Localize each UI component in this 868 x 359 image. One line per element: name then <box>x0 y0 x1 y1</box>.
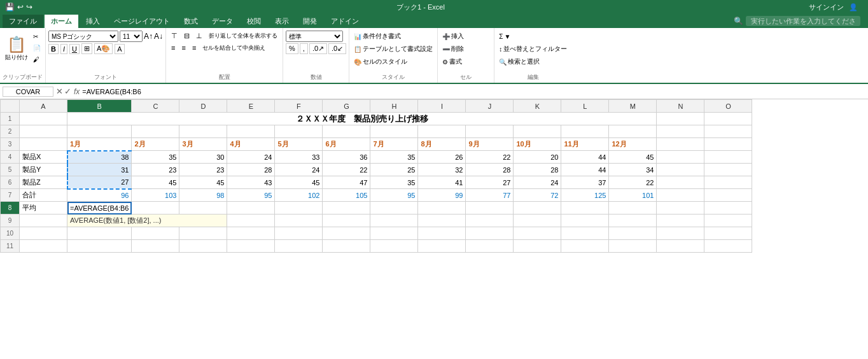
cell-o2[interactable] <box>704 125 752 138</box>
cell-g10[interactable] <box>323 227 370 240</box>
font-color-button[interactable]: A <box>115 44 124 54</box>
cell-o5[interactable] <box>704 164 752 176</box>
cell-j10[interactable] <box>466 227 514 240</box>
cell-m4[interactable]: 45 <box>609 151 657 164</box>
cell-m5[interactable]: 34 <box>609 164 657 176</box>
col-header-d[interactable]: D <box>179 100 227 113</box>
cell-h6[interactable]: 35 <box>370 176 418 189</box>
cell-k2[interactable] <box>514 125 561 138</box>
cell-m6[interactable]: 22 <box>609 176 657 189</box>
cell-b11[interactable] <box>67 240 132 253</box>
cell-b9[interactable]: AVERAGE(数値1, [数値2], ...) <box>67 215 227 227</box>
cell-g4[interactable]: 36 <box>323 151 370 164</box>
cell-l2[interactable] <box>561 125 609 138</box>
cell-a3[interactable] <box>20 138 67 151</box>
tab-pagelayout[interactable]: ページレイアウト <box>108 15 176 28</box>
cell-n7[interactable] <box>657 189 704 202</box>
cell-l6[interactable]: 37 <box>561 176 609 189</box>
cell-i3[interactable]: 8月 <box>418 138 466 151</box>
cell-d8[interactable] <box>179 202 227 215</box>
cell-c5[interactable]: 23 <box>132 164 179 176</box>
conditional-format-button[interactable]: 📊 条件付き書式 <box>352 31 403 42</box>
row-header-7[interactable]: 7 <box>1 189 20 202</box>
cell-k3[interactable]: 10月 <box>514 138 561 151</box>
signin-label[interactable]: サインイン <box>809 3 844 12</box>
cancel-formula-button[interactable]: ✕ <box>56 87 63 96</box>
cell-h5[interactable]: 25 <box>370 164 418 176</box>
cell-m3[interactable]: 12月 <box>609 138 657 151</box>
cell-h2[interactable] <box>370 125 418 138</box>
cell-k11[interactable] <box>514 240 561 253</box>
cell-n9[interactable] <box>657 215 704 227</box>
cell-k4[interactable]: 20 <box>514 151 561 164</box>
cell-n1[interactable] <box>657 113 704 125</box>
cell-a1[interactable] <box>20 113 67 125</box>
cell-d5[interactable]: 23 <box>179 164 227 176</box>
tab-file[interactable]: ファイル <box>3 15 43 28</box>
col-header-n[interactable]: N <box>657 100 704 113</box>
number-format-select[interactable]: 標準 <box>286 31 343 42</box>
cell-f7[interactable]: 102 <box>275 189 323 202</box>
cell-k6[interactable]: 24 <box>514 176 561 189</box>
decrease-font-button[interactable]: A↓ <box>154 32 163 41</box>
cell-d6[interactable]: 45 <box>179 176 227 189</box>
cell-i2[interactable] <box>418 125 466 138</box>
signin-area[interactable]: サインイン 👤 <box>809 3 863 12</box>
align-right-button[interactable]: ≡ <box>190 43 199 53</box>
cell-c3[interactable]: 2月 <box>132 138 179 151</box>
row-header-11[interactable]: 11 <box>1 240 20 253</box>
undo-icon[interactable]: ↩ <box>17 3 24 11</box>
cell-f6[interactable]: 45 <box>275 176 323 189</box>
cell-o4[interactable] <box>704 151 752 164</box>
font-name-select[interactable]: MS Pゴシック <box>48 31 118 42</box>
cell-k8[interactable] <box>514 202 561 215</box>
paste-button[interactable]: 📋 貼り付け <box>3 31 31 66</box>
cell-e9[interactable] <box>227 215 275 227</box>
cell-a8[interactable]: 平均 <box>20 202 67 215</box>
cell-o9[interactable] <box>704 215 752 227</box>
cell-j9[interactable] <box>466 215 514 227</box>
cell-e3[interactable]: 4月 <box>227 138 275 151</box>
tab-home[interactable]: ホーム <box>45 15 78 28</box>
cell-h11[interactable] <box>370 240 418 253</box>
save-icon[interactable]: 💾 <box>5 3 15 11</box>
cell-o10[interactable] <box>704 227 752 240</box>
name-box[interactable] <box>3 87 53 97</box>
cell-m9[interactable] <box>609 215 657 227</box>
cell-b1[interactable]: ２ＸＸＸ年度 製品別売り上げ推移 <box>67 113 657 125</box>
increase-decimal-button[interactable]: .0↗ <box>309 43 327 54</box>
cell-g7[interactable]: 105 <box>323 189 370 202</box>
cell-g11[interactable] <box>323 240 370 253</box>
col-header-k[interactable]: K <box>514 100 561 113</box>
cell-l3[interactable]: 11月 <box>561 138 609 151</box>
border-button[interactable]: ⊞ <box>81 43 92 54</box>
cell-a7[interactable]: 合計 <box>20 189 67 202</box>
row-header-5[interactable]: 5 <box>1 164 20 176</box>
col-header-e[interactable]: E <box>227 100 275 113</box>
cell-m8[interactable] <box>609 202 657 215</box>
cell-g8[interactable] <box>323 202 370 215</box>
cell-j11[interactable] <box>466 240 514 253</box>
cell-m2[interactable] <box>609 125 657 138</box>
copy-button[interactable]: 📄 <box>31 42 43 53</box>
cell-a11[interactable] <box>20 240 67 253</box>
cell-d10[interactable] <box>179 227 227 240</box>
cell-j7[interactable]: 77 <box>466 189 514 202</box>
cell-b3[interactable]: 1月 <box>67 138 132 151</box>
col-header-h[interactable]: H <box>370 100 418 113</box>
cell-b4[interactable]: 38 <box>67 151 132 164</box>
row-header-10[interactable]: 10 <box>1 227 20 240</box>
underline-button[interactable]: U <box>69 44 80 54</box>
row-header-3[interactable]: 3 <box>1 138 20 151</box>
row-header-1[interactable]: 1 <box>1 113 20 125</box>
cell-o7[interactable] <box>704 189 752 202</box>
cell-d2[interactable] <box>179 125 227 138</box>
table-format-button[interactable]: 📋 テーブルとして書式設定 <box>352 43 435 55</box>
cell-m11[interactable] <box>609 240 657 253</box>
formula-input[interactable] <box>82 88 865 95</box>
merge-button[interactable]: セルを結合して中央揃え <box>200 43 268 53</box>
cell-o6[interactable] <box>704 176 752 189</box>
tab-view[interactable]: 表示 <box>269 15 295 28</box>
cell-g3[interactable]: 6月 <box>323 138 370 151</box>
cell-d7[interactable]: 98 <box>179 189 227 202</box>
